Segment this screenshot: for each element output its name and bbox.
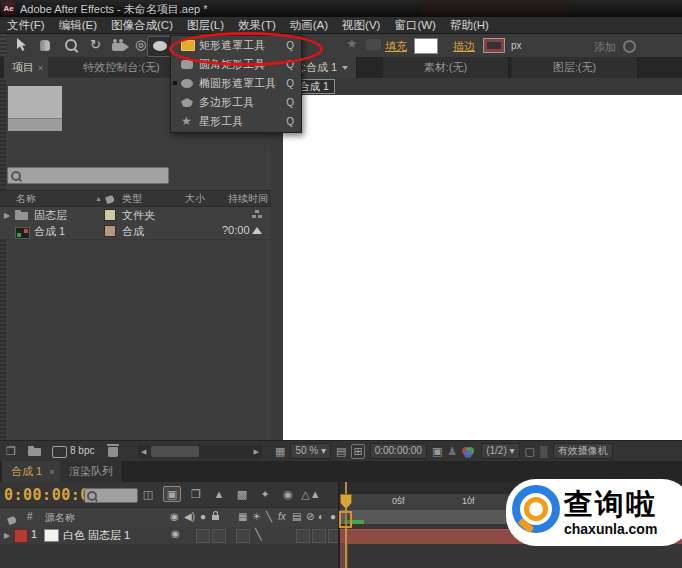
snapshot-camera-icon[interactable]: ▣ xyxy=(432,445,442,458)
new-folder-icon[interactable] xyxy=(28,448,41,456)
chevron-down-icon[interactable] xyxy=(342,66,348,70)
auto-keyframe-icon[interactable]: ◉ xyxy=(280,487,296,501)
tab-footage[interactable]: 素材:(无) xyxy=(383,57,509,78)
adjustment-switch-icon[interactable]: ⊘ xyxy=(306,511,314,522)
layer-row-1[interactable]: ▶ 1 白色 固态层 1 ◉ ╲ xyxy=(0,527,340,544)
menubar-item-layer[interactable]: 图层(L) xyxy=(187,18,224,33)
magnification-select[interactable]: 50 % ▾ xyxy=(290,443,331,459)
label-color-swatch[interactable] xyxy=(104,225,116,237)
menubar-item-help[interactable]: 帮助(H) xyxy=(450,18,489,33)
menubar-item-file[interactable]: 文件(F) xyxy=(7,18,45,33)
menu-item-ellipse-mask-tool[interactable]: 椭圆形遮罩工具 Q xyxy=(171,74,301,93)
horizontal-scrollbar[interactable]: ◀ ▶ xyxy=(138,445,262,458)
show-snapshot-icon[interactable]: ♟ xyxy=(447,445,457,458)
interpret-footage-icon[interactable]: ❐ xyxy=(6,445,16,458)
project-row-comp1[interactable]: 合成 1 合成 ?0:00 xyxy=(0,223,271,240)
frame-blend-icon[interactable]: ▲ xyxy=(211,487,227,501)
menubar-item-view[interactable]: 视图(V) xyxy=(342,18,380,33)
fill-label[interactable]: 填充 xyxy=(385,39,407,54)
column-size[interactable]: 大小 xyxy=(185,192,205,206)
twirl-icon[interactable]: ▶ xyxy=(4,211,10,220)
stroke-color-swatch[interactable] xyxy=(483,38,505,53)
stroke-label[interactable]: 描边 xyxy=(453,39,475,54)
rotate-tool-icon[interactable]: ↻ xyxy=(90,35,101,55)
shy-switch-icon[interactable]: ▦ xyxy=(238,511,247,522)
sort-arrow-icon[interactable]: ▲ xyxy=(95,195,102,202)
safe-areas-icon[interactable]: ⊞ xyxy=(351,444,364,459)
column-name[interactable]: 名称 xyxy=(16,192,36,206)
new-comp-icon[interactable] xyxy=(52,446,67,458)
quality-toggle[interactable] xyxy=(236,529,250,543)
motion-blur-icon[interactable]: ▩ xyxy=(234,487,250,501)
menu-item-polygon-tool[interactable]: 多边形工具 Q xyxy=(171,93,301,112)
toggle-box[interactable] xyxy=(312,529,326,543)
menubar-item-window[interactable]: 窗口(W) xyxy=(394,18,436,33)
project-row-solids[interactable]: ▶ 固态层 文件夹 xyxy=(0,207,271,224)
toggle-box[interactable] xyxy=(296,529,310,543)
audio-speaker-icon[interactable]: ◀) xyxy=(184,511,195,522)
solo-icon[interactable]: ● xyxy=(200,511,206,522)
add-label[interactable]: 添加 xyxy=(594,40,616,55)
camera-tool-icon[interactable] xyxy=(112,43,125,51)
layer-name[interactable]: 白色 固态层 1 xyxy=(63,528,130,543)
channel-rgb-icon[interactable] xyxy=(462,446,476,457)
graph-editor-icon[interactable]: △▲ xyxy=(303,487,319,501)
region-of-interest-icon[interactable]: ▢ xyxy=(525,445,535,458)
scroll-right-icon[interactable]: ▶ xyxy=(254,448,259,456)
add-shape-icon[interactable] xyxy=(623,40,636,53)
fill-color-swatch[interactable] xyxy=(414,38,438,54)
timeline-view-options: ◫ ▣ ❒ ▲ ▩ ✦ ◉ △▲ xyxy=(140,485,319,503)
tab-layer[interactable]: 图层:(无) xyxy=(512,57,638,78)
close-icon[interactable]: × xyxy=(49,467,54,477)
column-type[interactable]: 类型 xyxy=(122,192,142,206)
scroll-left-icon[interactable]: ◀ xyxy=(141,448,146,456)
scrollbar-thumb[interactable] xyxy=(151,446,199,457)
menubar-item-edit[interactable]: 编辑(E) xyxy=(59,18,97,33)
motion-blur-switch-icon[interactable]: ▤ xyxy=(292,511,301,522)
tab-timeline-comp1[interactable]: 合成 1 × xyxy=(2,461,65,482)
column-index[interactable]: # xyxy=(27,511,33,522)
ball-3d-icon[interactable]: ● xyxy=(330,511,336,522)
frame-blend-toggle[interactable]: ╲ xyxy=(255,528,262,541)
twirl-icon[interactable]: ▶ xyxy=(4,531,10,540)
menu-item-star-tool[interactable]: ★ 星形工具 Q xyxy=(171,112,301,131)
bit-depth-toggle[interactable]: 8 bpc xyxy=(70,445,94,456)
flowchart-icon[interactable] xyxy=(252,210,262,219)
close-icon[interactable]: × xyxy=(38,63,43,73)
collapse-switch-icon[interactable]: ☀ xyxy=(252,511,261,522)
video-eye-icon[interactable]: ◉ xyxy=(171,528,180,539)
half-circle-icon[interactable]: ◐ xyxy=(318,511,324,522)
timeline-search-input[interactable] xyxy=(84,488,138,503)
resolution-select[interactable]: (1/2) ▾ xyxy=(481,443,519,459)
transparency-grid-icon[interactable]: ▒ xyxy=(540,445,548,457)
draft-3d-icon[interactable]: ▣ xyxy=(163,486,181,502)
grid-guides-icon[interactable]: ▤ xyxy=(336,445,346,458)
composition-canvas[interactable] xyxy=(283,95,682,440)
frame-blend-switch-icon[interactable]: ╲ xyxy=(266,511,272,522)
label-color-swatch[interactable] xyxy=(104,209,116,221)
delete-icon[interactable] xyxy=(108,447,118,457)
column-source-name[interactable]: 源名称 xyxy=(45,511,75,525)
column-duration[interactable]: 持续时间 xyxy=(228,192,268,206)
toggle-box[interactable] xyxy=(212,529,226,543)
snapshot-grid-icon[interactable]: ▦ xyxy=(275,445,285,458)
menubar-item-animation[interactable]: 动画(A) xyxy=(290,18,328,33)
hand-tool-icon[interactable] xyxy=(40,40,50,51)
comp-mini-flowchart-icon[interactable]: ◫ xyxy=(140,487,156,501)
zoom-tool-icon[interactable] xyxy=(65,39,77,51)
active-camera-select[interactable]: 有效摄像机 xyxy=(553,443,613,459)
current-time-field[interactable]: 0:00:00:00 xyxy=(370,443,427,459)
menubar-item-composition[interactable]: 图像合成(C) xyxy=(111,18,173,33)
tab-render-queue[interactable]: 渲染队列 xyxy=(60,461,123,482)
pan-behind-tool-icon[interactable]: ◎ xyxy=(135,35,146,55)
brainstorm-icon[interactable]: ✦ xyxy=(257,487,273,501)
video-eye-icon[interactable]: ◉ xyxy=(170,511,179,522)
project-search-input[interactable] xyxy=(7,167,169,184)
toggle-box[interactable] xyxy=(196,529,210,543)
tab-project[interactable]: 项目× xyxy=(4,57,52,78)
shy-layers-icon[interactable]: ❒ xyxy=(188,487,204,501)
selection-tool-icon[interactable] xyxy=(15,38,27,52)
menubar-item-effect[interactable]: 效果(T) xyxy=(238,18,276,33)
layer-label-swatch[interactable] xyxy=(14,529,28,543)
effects-switch-icon[interactable]: fx xyxy=(278,511,286,522)
